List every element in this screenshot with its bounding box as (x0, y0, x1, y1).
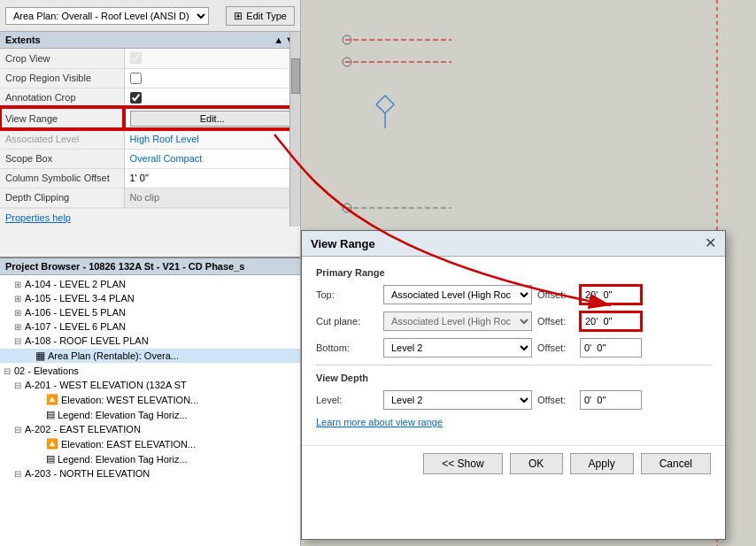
view-depth-divider (316, 365, 711, 365)
expander-icon: ⊟ (14, 381, 25, 390)
scrollbar-thumb[interactable] (291, 58, 300, 94)
dialog-body: Primary Range Top: Associated Level (Hig… (302, 257, 725, 445)
ok-button[interactable]: OK (510, 453, 563, 474)
list-item[interactable]: ⊟ A-203 - NORTH ELEVATION (0, 466, 301, 481)
list-item[interactable]: ⊟ A-201 - WEST ELEVATION (132A ST (0, 378, 301, 392)
tree-node-label: Legend: Elevation Tag Horiz... (58, 410, 188, 420)
tree-node-label: Legend: Elevation Tag Horiz... (58, 454, 188, 465)
view-depth-label: View Depth (316, 373, 711, 383)
project-browser: Project Browser - 10826 132A St - V21 - … (0, 257, 301, 546)
list-item[interactable]: ⊟ A-202 - EAST ELEVATION (0, 422, 301, 436)
legend-icon: ▤ (46, 453, 55, 465)
tree-node-label: A-202 - EAST ELEVATION (25, 424, 141, 434)
primary-range-label: Primary Range (316, 267, 711, 278)
tree-node-label: 02 - Elevations (14, 365, 79, 376)
scope-box-value: Overall Compact (124, 149, 300, 168)
tree-node-label: A-105 - LEVEL 3-4 PLAN (25, 293, 135, 304)
list-item[interactable]: ⊞ A-107 - LEVEL 6 PLAN (0, 319, 301, 334)
sheet-icon: ▦ (35, 350, 45, 362)
list-item[interactable]: ⊞ A-105 - LEVEL 3-4 PLAN (0, 291, 301, 305)
table-row: Column Symbolic Offset 1' 0" (0, 168, 300, 188)
expander-icon: ⊞ (14, 308, 25, 318)
associated-level-value: High Roof Level (124, 129, 300, 149)
cut-plane-label: Cut plane: (316, 316, 378, 327)
table-row: Crop Region Visible (0, 68, 300, 88)
depth-clipping-label: Depth Clipping (0, 188, 124, 207)
cut-plane-select[interactable]: Associated Level (High Roc (383, 311, 532, 331)
expander-icon: ⊟ (14, 469, 25, 479)
bottom-level-select[interactable]: Level 2 (383, 338, 532, 358)
top-offset-input[interactable] (580, 285, 642, 304)
expander-icon: ⊟ (4, 366, 14, 376)
tree-node-label: A-107 - LEVEL 6 PLAN (25, 321, 126, 332)
cut-plane-row: Cut plane: Associated Level (High Roc Of… (316, 311, 711, 331)
table-row: Annotation Crop (0, 88, 300, 107)
list-item[interactable]: ▦ Area Plan (Rentable): Overa... (0, 348, 301, 364)
cut-plane-offset-input[interactable] (580, 311, 642, 331)
tree-node-label: A-104 - LEVEL 2 PLAN (25, 279, 126, 289)
bottom-offset-input[interactable] (580, 338, 642, 358)
dialog-close-button[interactable]: ✕ (705, 236, 716, 250)
crop-region-label: Crop Region Visible (0, 68, 124, 88)
list-item[interactable]: 🔼 Elevation: WEST ELEVATION... (0, 392, 301, 407)
table-row: Scope Box Overall Compact (0, 149, 300, 168)
tree-node-label: A-108 - ROOF LEVEL PLAN (25, 335, 149, 346)
extents-label: Extents (5, 35, 41, 45)
annotation-crop-checkbox[interactable] (130, 92, 142, 104)
view-range-value: Edit... (124, 107, 300, 129)
depth-offset-label: Offset: (537, 395, 575, 405)
depth-clipping-value: No clip (124, 188, 300, 207)
view-range-edit-button[interactable]: Edit... (130, 111, 296, 127)
annotation-crop-value (124, 88, 300, 107)
column-offset-label: Column Symbolic Offset (0, 168, 124, 188)
depth-level-label: Level: (316, 395, 378, 405)
crop-view-label: Crop View (0, 49, 124, 68)
expander-icon: ⊞ (14, 280, 25, 289)
edit-type-button[interactable]: ⊞ Edit Type (226, 6, 295, 26)
list-item[interactable]: ▤ Legend: Elevation Tag Horiz... (0, 451, 301, 466)
learn-more-link[interactable]: Learn more about view range (316, 417, 711, 427)
column-offset-value: 1' 0" (124, 168, 300, 188)
properties-header: Area Plan: Overall - Roof Level (ANSI D)… (0, 0, 300, 32)
scope-box-label: Scope Box (0, 149, 124, 168)
bottom-label: Bottom: (316, 342, 378, 353)
view-range-row: View Range Edit... (0, 107, 300, 129)
crop-view-value (124, 49, 300, 68)
view-range-label: View Range (0, 107, 124, 129)
crop-region-checkbox[interactable] (130, 73, 142, 84)
list-item[interactable]: ⊞ A-106 - LEVEL 5 PLAN (0, 305, 301, 319)
tree-node-label: Elevation: EAST ELEVATION... (61, 439, 196, 450)
project-browser-header: Project Browser - 10826 132A St - V21 - … (0, 258, 301, 275)
legend-icon: ▤ (46, 409, 55, 420)
list-item[interactable]: 🔼 Elevation: EAST ELEVATION... (0, 436, 301, 451)
list-item[interactable]: ▤ Legend: Elevation Tag Horiz... (0, 407, 301, 422)
arrow-up-icon: ▲ (274, 35, 283, 45)
list-item[interactable]: ⊟ 02 - Elevations (0, 364, 301, 378)
associated-level-label: Associated Level (0, 129, 124, 149)
bottom-row: Bottom: Level 2 Offset: (316, 338, 711, 358)
vertical-scrollbar[interactable] (289, 32, 300, 227)
cut-plane-offset-label: Offset: (537, 316, 575, 327)
list-item[interactable]: ⊟ A-108 - ROOF LEVEL PLAN (0, 334, 301, 348)
tree-container: ⊞ A-104 - LEVEL 2 PLAN ⊞ A-105 - LEVEL 3… (0, 275, 301, 543)
dialog-titlebar: View Range ✕ (302, 231, 725, 257)
table-row: Crop View (0, 49, 300, 68)
top-level-select[interactable]: Associated Level (High Roc (383, 285, 532, 304)
top-row: Top: Associated Level (High Roc Offset: (316, 285, 711, 304)
list-item[interactable]: ⊞ A-104 - LEVEL 2 PLAN (0, 277, 301, 291)
tree-node-label: A-106 - LEVEL 5 PLAN (25, 307, 126, 318)
view-range-dialog: View Range ✕ Primary Range Top: Associat… (301, 230, 726, 540)
apply-button[interactable]: Apply (570, 453, 634, 474)
properties-table: Crop View Crop Region Visible Annotation… (0, 49, 300, 208)
crop-view-checkbox[interactable] (130, 52, 142, 64)
annotation-crop-label: Annotation Crop (0, 88, 124, 107)
properties-help-link[interactable]: Properties help (0, 208, 300, 227)
show-button[interactable]: << Show (423, 453, 502, 474)
extents-section-header: Extents ▲ ▼ (0, 32, 300, 49)
expander-icon: ⊞ (14, 294, 25, 304)
depth-offset-input[interactable] (580, 390, 642, 410)
tree-node-label: Area Plan (Rentable): Overa... (48, 350, 179, 361)
cancel-button[interactable]: Cancel (641, 453, 711, 474)
view-dropdown[interactable]: Area Plan: Overall - Roof Level (ANSI D) (5, 7, 209, 25)
depth-level-select[interactable]: Level 2 (383, 390, 532, 410)
